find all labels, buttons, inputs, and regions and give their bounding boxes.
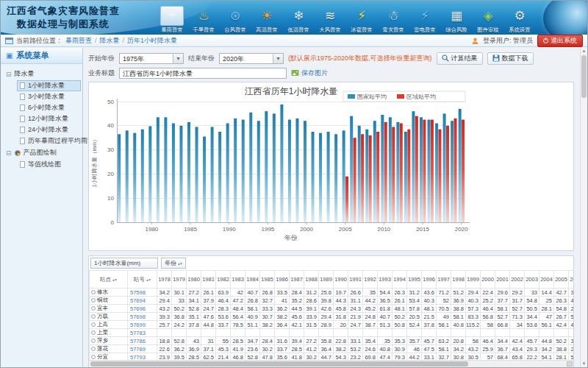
year-column-header[interactable]: 1998 — [451, 271, 466, 289]
year-column-header[interactable]: 2006 — [569, 271, 575, 289]
year-column-header[interactable]: 1990 — [334, 271, 348, 289]
tree-item-12h-precip[interactable]: 12小时降水量 — [17, 113, 81, 124]
breadcrumb-link-current[interactable]: 历年1小时降水量 — [127, 36, 177, 46]
toolbar-item-settings[interactable]: ⚙系统设置 — [504, 1, 535, 35]
value-cell: 52 — [437, 297, 451, 305]
station-code-cell[interactable]: 57698 — [128, 313, 157, 321]
start-year-select[interactable]: 1975年 — [119, 53, 184, 64]
year-column-header[interactable]: 1991 — [348, 271, 363, 289]
row-radio-button[interactable] — [91, 298, 96, 302]
tree-item-6h-precip[interactable]: 6小时降水量 — [17, 102, 81, 113]
station-code-cell[interactable]: 57786 — [128, 337, 157, 345]
value-cell — [290, 329, 304, 337]
breadcrumb-link-category[interactable]: 降水量 — [100, 36, 120, 46]
scroll-down-arrow[interactable]: ▼ — [581, 361, 587, 367]
row-radio-button[interactable] — [91, 339, 96, 343]
download-button[interactable]: 数据下载 — [487, 52, 534, 65]
row-radio-button[interactable] — [91, 330, 96, 335]
station-code-cell[interactable]: 57696 — [128, 305, 157, 313]
year-column-header[interactable]: 1989 — [319, 271, 334, 289]
station-code-cell[interactable]: 57598 — [128, 289, 157, 297]
row-radio-button[interactable] — [91, 290, 96, 294]
code-column-header[interactable]: 站号 ▴▾ — [128, 271, 157, 289]
tree-item-isoline-mapping[interactable]: 等值线绘图 — [17, 159, 81, 170]
year-column-header[interactable]: 2002 — [510, 271, 525, 289]
vertical-scrollbar[interactable]: ▲ ▼ — [580, 48, 587, 367]
toolbar-item-gale[interactable]: ≋大风普查 — [315, 1, 345, 35]
station-column-header[interactable]: 站点 ▴▾ — [90, 271, 128, 289]
value-cell — [304, 329, 319, 337]
year-column-header[interactable]: 1982 — [216, 271, 231, 289]
row-radio-button[interactable] — [91, 306, 96, 311]
chart-bar — [234, 118, 237, 222]
year-column-header[interactable]: 1980 — [187, 271, 201, 289]
row-radio-button[interactable] — [91, 347, 96, 351]
toolbar-item-lightning[interactable]: ⚡雷电普查 — [409, 1, 440, 35]
value-cell: 28.3 — [216, 305, 231, 313]
value-cell: 38.2 — [334, 345, 348, 353]
year-column-header[interactable]: 1986 — [275, 271, 290, 289]
table-row: 宜丰5769643.250.252.824.728.348.458.133.33… — [90, 305, 575, 313]
expand-icon[interactable]: ⊟ — [6, 71, 12, 78]
toolbar-item-typhoon[interactable]: ⊛台风普查 — [220, 1, 251, 35]
toolbar-item-rainstorm[interactable]: ☔暴雨普查 — [157, 1, 187, 35]
year-column-header[interactable]: 1979 — [172, 271, 187, 289]
vertical-scroll-thumb[interactable] — [581, 55, 587, 98]
year-column-header[interactable]: 1981 — [201, 271, 216, 289]
tree-item-24h-precip[interactable]: 24小时降水量 — [17, 124, 81, 135]
toolbar-item-drought[interactable]: ♨干旱普查 — [188, 1, 219, 35]
year-column-header[interactable]: 2000 — [481, 271, 495, 289]
toolbar-item-high-temp[interactable]: ☀高温普查 — [251, 1, 282, 35]
measure-selector[interactable]: 1小时降水量(mm) — [90, 258, 158, 269]
year-sort-control[interactable]: 年份 ▴▾ — [161, 258, 186, 269]
map-review-icon: ◈ — [476, 6, 500, 26]
year-column-header[interactable]: 2003 — [525, 271, 539, 289]
horizontal-scroll-thumb[interactable] — [90, 361, 468, 367]
year-column-header[interactable]: 1983 — [231, 271, 245, 289]
logout-button[interactable]: 退出系统 — [537, 35, 583, 47]
station-code-cell[interactable]: 57789 — [128, 345, 157, 353]
station-code-cell[interactable]: 57694 — [128, 297, 157, 305]
tree-item-storm-process-avg[interactable]: 历年暴雨过程平均雨量 — [17, 135, 81, 146]
tree-item-3h-precip[interactable]: 3小时降水量 — [17, 91, 81, 102]
year-column-header[interactable]: 1984 — [245, 271, 260, 289]
calculate-button[interactable]: 计算结果 — [437, 52, 483, 65]
station-code-cell[interactable]: 57783 — [128, 329, 157, 337]
year-column-header[interactable]: 1995 — [407, 271, 422, 289]
toolbar-item-snow[interactable]: ☃雪灾普查 — [378, 1, 409, 35]
scroll-up-arrow[interactable]: ▲ — [581, 48, 587, 54]
tree-item-1h-precip[interactable]: 1小时降水量 — [17, 80, 81, 91]
toolbar-item-hail[interactable]: ⚡冰雹普查 — [346, 1, 377, 35]
station-code-cell[interactable]: 57699 — [128, 321, 157, 329]
row-radio-button[interactable] — [91, 355, 96, 359]
year-column-header[interactable]: 1996 — [422, 271, 437, 289]
expand-icon[interactable]: ⊟ — [6, 149, 12, 157]
toolbar-item-map-review[interactable]: ◈图件审核 — [473, 1, 503, 35]
year-column-header[interactable]: 2001 — [495, 271, 510, 289]
toolbar-item-composite[interactable]: ▦综合风险 — [441, 1, 472, 35]
save-image-button[interactable]: 保存图片 — [291, 68, 328, 78]
year-column-header[interactable]: 1985 — [260, 271, 275, 289]
value-cell: 58.1 — [245, 305, 260, 313]
tree-node-precipitation[interactable]: ⊟降水量 — [2, 68, 81, 80]
row-radio-button[interactable] — [91, 322, 96, 327]
row-radio-button[interactable] — [91, 314, 96, 319]
horizontal-scrollbar[interactable] — [89, 360, 573, 367]
chart-title-input[interactable]: 江西省历年1小时降水量 — [119, 68, 287, 79]
breadcrumb-link-survey[interactable]: 暴雨普查 — [65, 36, 92, 46]
calculate-label: 计算结果 — [451, 54, 478, 63]
year-column-header[interactable]: 1987 — [290, 271, 304, 289]
toolbar-item-low-temp[interactable]: ❄低温普查 — [283, 1, 314, 35]
year-column-header[interactable]: 2005 — [554, 271, 569, 289]
end-year-select[interactable]: 2020年 — [219, 53, 284, 64]
year-column-header[interactable]: 1997 — [437, 271, 451, 289]
year-column-header[interactable]: 1993 — [378, 271, 392, 289]
year-column-header[interactable]: 1992 — [363, 271, 378, 289]
year-column-header[interactable]: 2004 — [539, 271, 554, 289]
tree-node-product-mapping[interactable]: ⊟产品图绘制 — [2, 146, 81, 159]
year-column-header[interactable]: 1999 — [466, 271, 481, 289]
year-column-header[interactable]: 1988 — [304, 271, 319, 289]
year-column-header[interactable]: 1978 — [157, 271, 172, 289]
year-column-header[interactable]: 1994 — [392, 271, 407, 289]
value-cell: 51.2 — [451, 289, 466, 297]
